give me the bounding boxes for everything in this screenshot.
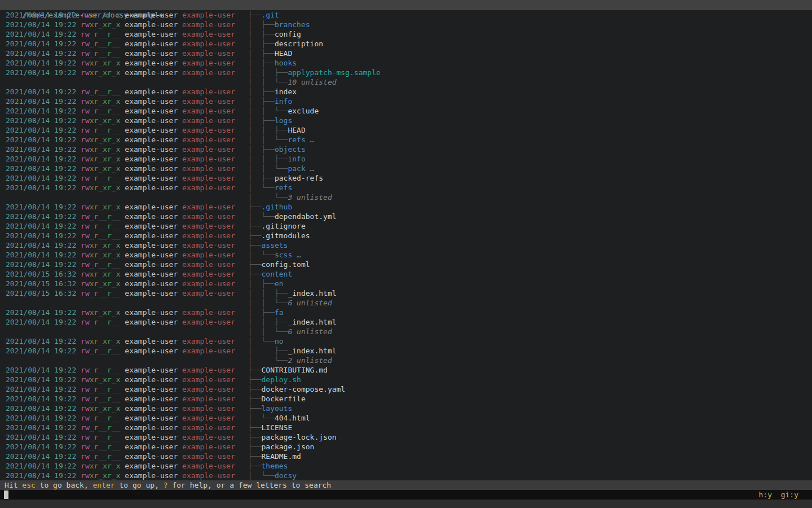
tree-row[interactable]: 2021/08/14 19:22 rw_r__r__ example-user … [0,413,812,423]
file-name[interactable]: CONTRIBUTING.md [261,366,327,374]
tree-row[interactable]: 2021/08/14 19:22 rw_r__r__ example-user … [0,384,812,394]
tree-row[interactable]: 2021/08/14 19:22 rwxr_xr_x example-user … [0,10,812,20]
file-name[interactable]: config [275,30,301,38]
file-name[interactable]: .git [261,11,279,19]
tree-row[interactable]: 2021/08/14 19:22 rw_r__r__ example-user … [0,260,812,269]
tree-row[interactable]: 2021/08/14 19:22 rwxr_xr_x example-user … [0,183,812,192]
file-name[interactable]: logs [275,116,292,125]
tree-row[interactable]: 2021/08/14 19:22 rwxr_xr_x example-user … [0,144,812,154]
tree-row[interactable]: 2021/08/14 19:22 rwxr_xr_x example-user … [0,308,812,317]
file-name[interactable]: layouts [261,404,292,413]
tree-row[interactable]: 2021/08/14 19:22 rw_r__r__ example-user … [0,442,812,452]
tree-row[interactable]: 2021/08/14 19:22 rwxr_xr_x example-user … [0,336,812,346]
tree-row[interactable]: 2021/08/14 19:22 rw_r__r__ example-user … [0,317,812,327]
file-permissions: rwxr_xr_x [81,135,120,144]
tree-row[interactable]: 2021/08/14 19:22 rwxr_xr_x example-user … [0,404,812,413]
file-meta: 2021/08/14 19:22 rwxr_xr_x example-user … [6,337,235,345]
tree-row[interactable]: 2021/08/15 16:32 rwxr_xr_x example-user … [0,269,812,279]
tree-row[interactable]: 2021/08/14 19:22 rw_r__r__ example-user … [0,231,812,240]
tree-row[interactable]: 2021/08/14 19:22 rwxr_xr_x example-user … [0,116,812,125]
tree-row[interactable]: 2021/08/14 19:22 rw_r__r__ example-user … [0,29,812,39]
tree-row[interactable]: 2021/08/14 19:22 rwxr_xr_x example-user … [0,97,812,106]
tree-row[interactable]: 2021/08/14 19:22 rw_r__r__ example-user … [0,212,812,221]
file-name[interactable]: docsy [275,471,297,480]
file-name[interactable]: _index.html [288,347,336,355]
file-name[interactable]: applypatch-msg.sample [288,68,380,77]
file-name[interactable]: objects [275,145,306,154]
file-name[interactable]: README.md [261,452,301,461]
tree-panel[interactable]: 2021/08/14 19:22 rwxr_xr_x example-user … [0,10,812,480]
file-name[interactable]: LICENSE [261,423,292,432]
tree-row[interactable]: 2021/08/14 19:22 rwxr_xr_x example-user … [0,20,812,29]
tree-row[interactable]: 2021/08/14 19:22 rwxr_xr_x example-user … [0,240,812,250]
tree-row[interactable]: 2021/08/14 19:22 rw_r__r__ example-user … [0,87,812,97]
file-name[interactable]: _index.html [288,289,336,297]
tree-row[interactable]: 2021/08/14 19:22 rw_r__r__ example-user … [0,394,812,404]
tree-row[interactable]: │ │ └──6 unlisted [0,298,812,308]
file-name[interactable]: themes [261,462,288,470]
tree-row[interactable]: │ └──3 unlisted [0,192,812,202]
tree-row[interactable]: 2021/08/14 19:22 rwxr_xr_x example-user … [0,375,812,384]
file-name[interactable]: package.json [261,443,314,451]
file-name[interactable]: .gitmodules [261,231,310,240]
tree-row[interactable]: 2021/08/14 19:22 rwxr_xr_x example-user … [0,461,812,471]
file-name[interactable]: package-lock.json [261,433,336,441]
tree-row[interactable]: 2021/08/14 19:22 rwxr_xr_x example-user … [0,202,812,212]
file-name[interactable]: index [275,87,297,96]
tree-row[interactable]: 2021/08/14 19:22 rw_r__r__ example-user … [0,423,812,432]
file-date: 2021/08/14 19:22 [6,145,81,154]
file-name[interactable]: dependabot.yml [275,212,337,221]
tree-row[interactable]: 2021/08/14 19:22 rw_r__r__ example-user … [0,221,812,231]
file-name[interactable]: refs [275,183,292,192]
tree-row[interactable]: 2021/08/14 19:22 rw_r__r__ example-user … [0,365,812,375]
file-name[interactable]: fa [275,308,284,317]
tree-row[interactable]: 2021/08/14 19:22 rwxr_xr_x example-user … [0,135,812,144]
tree-row[interactable]: 2021/08/14 19:22 rw_r__r__ example-user … [0,173,812,183]
tree-row[interactable]: 2021/08/14 19:22 rwxr_xr_x example-user … [0,68,812,77]
file-name[interactable]: content [261,270,292,278]
file-name[interactable]: branches [275,20,310,29]
file-name[interactable]: packed-refs [275,174,323,182]
file-name[interactable]: assets [261,241,288,249]
tree-row[interactable]: 2021/08/14 19:22 rwxr_xr_x example-user … [0,164,812,173]
file-name[interactable]: _index.html [288,318,336,326]
tree-row[interactable]: 2021/08/14 19:22 rw_r__r__ example-user … [0,432,812,442]
tree-row[interactable]: │ │ └──10 unlisted [0,77,812,87]
file-name[interactable]: HEAD [275,49,292,58]
file-name[interactable]: .gitignore [261,222,305,230]
file-name[interactable]: Dockerfile [261,395,305,403]
file-name[interactable]: 404.html [275,414,310,422]
tree-row[interactable]: │ │ └──6 unlisted [0,327,812,336]
tree-row[interactable]: │ └──2 unlisted [0,356,812,365]
file-owner: example-user [121,97,183,106]
file-name[interactable]: config.toml [261,260,310,269]
tree-row[interactable]: 2021/08/14 19:22 rw_r__r__ example-user … [0,106,812,116]
file-name[interactable]: pack [288,164,305,173]
file-name[interactable]: scss [275,251,292,259]
tree-row[interactable]: 2021/08/14 19:22 rw_r__r__ example-user … [0,452,812,461]
tree-row[interactable]: 2021/08/14 19:22 rw_r__r__ example-user … [0,346,812,356]
file-name[interactable]: refs [288,135,305,144]
tree-row[interactable]: 2021/08/14 19:22 rw_r__r__ example-user … [0,125,812,135]
file-name[interactable]: en [275,279,284,288]
file-name[interactable]: docker-compose.yaml [261,385,345,393]
file-name[interactable]: info [275,97,292,106]
tree-row[interactable]: 2021/08/15 16:32 rw_r__r__ example-user … [0,288,812,298]
file-name[interactable]: info [288,155,305,163]
tree-row[interactable]: 2021/08/14 19:22 rwxr_xr_x example-user … [0,58,812,68]
tree-row[interactable]: 2021/08/14 19:22 rwxr_xr_x example-user … [0,471,812,480]
tree-row[interactable]: 2021/08/15 16:32 rwxr_xr_x example-user … [0,279,812,288]
file-name[interactable]: deploy.sh [261,375,301,384]
file-name[interactable]: description [275,40,323,48]
file-name[interactable]: hooks [275,59,297,67]
file-name[interactable]: no [275,337,284,345]
file-name[interactable]: HEAD [288,126,305,134]
tree-row[interactable]: 2021/08/14 19:22 rw_r__r__ example-user … [0,39,812,49]
text-cursor[interactable] [4,491,8,499]
tree-row[interactable]: 2021/08/14 19:22 rwxr_xr_x example-user … [0,250,812,260]
search-input[interactable]: h:y gi:y [0,490,812,500]
file-name[interactable]: .github [261,203,292,211]
file-name[interactable]: exclude [288,107,319,115]
tree-row[interactable]: 2021/08/14 19:22 rw_r__r__ example-user … [0,49,812,58]
tree-row[interactable]: 2021/08/14 19:22 rwxr_xr_x example-user … [0,154,812,164]
